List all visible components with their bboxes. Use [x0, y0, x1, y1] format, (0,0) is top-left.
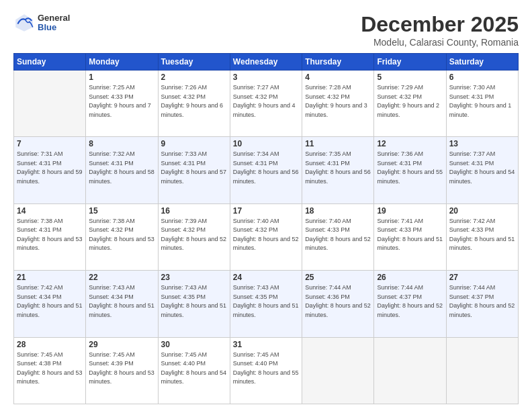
day-number: 5	[377, 73, 443, 82]
day-number: 27	[449, 273, 515, 282]
weekday-header-row: SundayMondayTuesdayWednesdayThursdayFrid…	[14, 54, 519, 71]
calendar-cell	[446, 337, 518, 404]
page: General Blue December 2025 Modelu, Calar…	[0, 0, 532, 411]
day-info: Sunrise: 7:26 AMSunset: 4:32 PMDaylight:…	[161, 83, 227, 120]
calendar-week-row-3: 14Sunrise: 7:38 AMSunset: 4:31 PMDayligh…	[14, 203, 519, 270]
weekday-header-wednesday: Wednesday	[230, 54, 302, 71]
calendar-cell: 2Sunrise: 7:26 AMSunset: 4:32 PMDaylight…	[158, 71, 230, 137]
calendar-cell	[374, 337, 446, 404]
calendar-cell: 3Sunrise: 7:27 AMSunset: 4:32 PMDaylight…	[230, 71, 302, 137]
calendar-week-row-1: 1Sunrise: 7:25 AMSunset: 4:33 PMDaylight…	[14, 71, 519, 137]
day-number: 21	[17, 273, 83, 282]
calendar-cell: 6Sunrise: 7:30 AMSunset: 4:31 PMDaylight…	[446, 71, 518, 137]
day-number: 12	[377, 139, 443, 148]
calendar-cell: 24Sunrise: 7:43 AMSunset: 4:35 PMDayligh…	[230, 271, 302, 337]
day-info: Sunrise: 7:33 AMSunset: 4:31 PMDaylight:…	[161, 150, 227, 186]
day-number: 18	[305, 206, 371, 216]
calendar-cell: 28Sunrise: 7:45 AMSunset: 4:38 PMDayligh…	[14, 337, 86, 404]
calendar-week-row-4: 21Sunrise: 7:42 AMSunset: 4:34 PMDayligh…	[14, 271, 519, 337]
calendar-cell: 4Sunrise: 7:28 AMSunset: 4:32 PMDaylight…	[302, 71, 374, 137]
day-info: Sunrise: 7:43 AMSunset: 4:35 PMDaylight:…	[161, 283, 227, 320]
day-number: 29	[89, 340, 154, 349]
day-info: Sunrise: 7:42 AMSunset: 4:33 PMDaylight:…	[449, 217, 515, 253]
logo-text: General Blue	[38, 13, 70, 33]
day-info: Sunrise: 7:44 AMSunset: 4:37 PMDaylight:…	[449, 283, 515, 320]
day-number: 26	[377, 273, 443, 282]
day-number: 13	[449, 139, 515, 148]
day-number: 11	[305, 139, 371, 148]
logo-icon	[13, 12, 35, 34]
calendar-cell: 15Sunrise: 7:38 AMSunset: 4:32 PMDayligh…	[86, 203, 158, 270]
day-info: Sunrise: 7:25 AMSunset: 4:33 PMDaylight:…	[89, 83, 154, 120]
day-number: 15	[89, 206, 154, 216]
day-number: 9	[161, 139, 227, 148]
day-info: Sunrise: 7:39 AMSunset: 4:32 PMDaylight:…	[161, 217, 227, 253]
calendar-week-row-5: 28Sunrise: 7:45 AMSunset: 4:38 PMDayligh…	[14, 337, 519, 404]
day-info: Sunrise: 7:36 AMSunset: 4:31 PMDaylight:…	[377, 150, 443, 186]
day-info: Sunrise: 7:44 AMSunset: 4:37 PMDaylight:…	[377, 283, 443, 320]
calendar-cell: 30Sunrise: 7:45 AMSunset: 4:40 PMDayligh…	[158, 337, 230, 404]
weekday-header-sunday: Sunday	[14, 54, 86, 71]
day-number: 4	[305, 73, 371, 82]
calendar-cell: 18Sunrise: 7:40 AMSunset: 4:33 PMDayligh…	[302, 203, 374, 270]
day-info: Sunrise: 7:31 AMSunset: 4:31 PMDaylight:…	[17, 150, 83, 186]
day-info: Sunrise: 7:41 AMSunset: 4:33 PMDaylight:…	[377, 217, 443, 253]
calendar-cell: 29Sunrise: 7:45 AMSunset: 4:39 PMDayligh…	[86, 337, 158, 404]
calendar-cell: 14Sunrise: 7:38 AMSunset: 4:31 PMDayligh…	[14, 203, 86, 270]
day-info: Sunrise: 7:34 AMSunset: 4:31 PMDaylight:…	[233, 150, 299, 186]
calendar-cell: 20Sunrise: 7:42 AMSunset: 4:33 PMDayligh…	[446, 203, 518, 270]
day-number: 3	[233, 73, 299, 82]
day-number: 20	[449, 206, 515, 216]
day-info: Sunrise: 7:38 AMSunset: 4:31 PMDaylight:…	[17, 217, 83, 253]
logo-blue: Blue	[38, 23, 70, 32]
day-number: 31	[233, 340, 299, 349]
day-number: 22	[89, 273, 154, 282]
title-block: December 2025 Modelu, Calarasi County, R…	[361, 12, 519, 48]
day-info: Sunrise: 7:35 AMSunset: 4:31 PMDaylight:…	[305, 150, 371, 186]
calendar-cell: 19Sunrise: 7:41 AMSunset: 4:33 PMDayligh…	[374, 203, 446, 270]
day-number: 25	[305, 273, 371, 282]
calendar-cell: 21Sunrise: 7:42 AMSunset: 4:34 PMDayligh…	[14, 271, 86, 337]
calendar-cell: 23Sunrise: 7:43 AMSunset: 4:35 PMDayligh…	[158, 271, 230, 337]
day-number: 10	[233, 139, 299, 148]
calendar-cell: 10Sunrise: 7:34 AMSunset: 4:31 PMDayligh…	[230, 137, 302, 203]
month-title: December 2025	[361, 12, 519, 37]
calendar-cell: 26Sunrise: 7:44 AMSunset: 4:37 PMDayligh…	[374, 271, 446, 337]
day-info: Sunrise: 7:43 AMSunset: 4:35 PMDaylight:…	[233, 283, 299, 320]
calendar-cell: 7Sunrise: 7:31 AMSunset: 4:31 PMDaylight…	[14, 137, 86, 203]
day-number: 7	[17, 139, 83, 148]
day-info: Sunrise: 7:42 AMSunset: 4:34 PMDaylight:…	[17, 283, 83, 320]
day-number: 8	[89, 139, 154, 148]
weekday-header-thursday: Thursday	[302, 54, 374, 71]
day-info: Sunrise: 7:37 AMSunset: 4:31 PMDaylight:…	[449, 150, 515, 186]
logo: General Blue	[13, 12, 70, 34]
calendar-cell: 16Sunrise: 7:39 AMSunset: 4:32 PMDayligh…	[158, 203, 230, 270]
day-number: 19	[377, 206, 443, 216]
calendar-cell: 17Sunrise: 7:40 AMSunset: 4:32 PMDayligh…	[230, 203, 302, 270]
day-number: 28	[17, 340, 83, 349]
day-info: Sunrise: 7:45 AMSunset: 4:38 PMDaylight:…	[17, 351, 83, 387]
day-info: Sunrise: 7:30 AMSunset: 4:31 PMDaylight:…	[449, 83, 515, 120]
weekday-header-saturday: Saturday	[446, 54, 518, 71]
header: General Blue December 2025 Modelu, Calar…	[13, 12, 519, 48]
day-info: Sunrise: 7:45 AMSunset: 4:39 PMDaylight:…	[89, 351, 154, 387]
day-info: Sunrise: 7:40 AMSunset: 4:33 PMDaylight:…	[305, 217, 371, 253]
logo-general: General	[38, 13, 70, 23]
calendar-week-row-2: 7Sunrise: 7:31 AMSunset: 4:31 PMDaylight…	[14, 137, 519, 203]
day-info: Sunrise: 7:28 AMSunset: 4:32 PMDaylight:…	[305, 83, 371, 120]
calendar-cell: 12Sunrise: 7:36 AMSunset: 4:31 PMDayligh…	[374, 137, 446, 203]
weekday-header-monday: Monday	[86, 54, 158, 71]
day-number: 2	[161, 73, 227, 82]
day-number: 24	[233, 273, 299, 282]
calendar-table: SundayMondayTuesdayWednesdayThursdayFrid…	[13, 53, 519, 404]
day-number: 16	[161, 206, 227, 216]
day-number: 14	[17, 206, 83, 216]
day-info: Sunrise: 7:45 AMSunset: 4:40 PMDaylight:…	[161, 351, 227, 387]
weekday-header-tuesday: Tuesday	[158, 54, 230, 71]
calendar-cell: 13Sunrise: 7:37 AMSunset: 4:31 PMDayligh…	[446, 137, 518, 203]
weekday-header-friday: Friday	[374, 54, 446, 71]
day-number: 1	[89, 73, 154, 82]
calendar-cell: 31Sunrise: 7:45 AMSunset: 4:40 PMDayligh…	[230, 337, 302, 404]
calendar-cell	[302, 337, 374, 404]
day-number: 17	[233, 206, 299, 216]
